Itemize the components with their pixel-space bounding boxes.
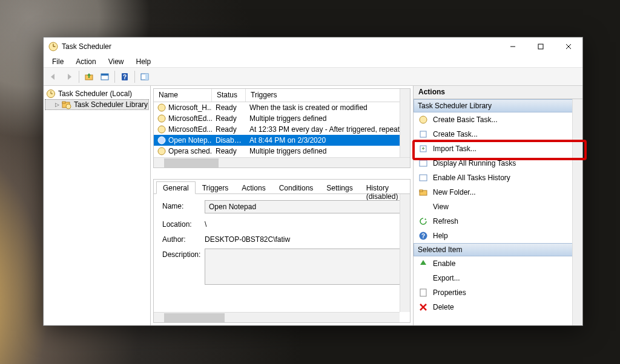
svg-point-22 <box>158 126 165 133</box>
task-row[interactable]: MicrosoftEd...ReadyAt 12:33 PM every day… <box>154 124 410 135</box>
cell-name: Opera sched... <box>168 147 212 155</box>
action-create-basic-task[interactable]: Create Basic Task... <box>414 112 582 127</box>
svg-rect-9 <box>101 74 108 76</box>
action-label: Create Basic Task... <box>433 115 498 124</box>
svg-rect-29 <box>420 175 427 181</box>
close-button[interactable] <box>555 37 582 56</box>
cell-status: Ready <box>212 114 246 123</box>
vertical-scrollbar[interactable] <box>572 99 582 325</box>
action-properties[interactable]: Properties <box>414 285 582 300</box>
tab-settings[interactable]: Settings <box>320 181 359 194</box>
tab-actions[interactable]: Actions <box>235 181 272 194</box>
task-row[interactable]: Microsoft_H...ReadyWhen the task is crea… <box>154 102 410 113</box>
action-new-folder[interactable]: New Folder... <box>414 185 582 200</box>
action-display-running-tasks[interactable]: Display All Running Tasks <box>414 156 582 171</box>
tab-general[interactable]: General <box>156 181 196 194</box>
action-label: Create Task... <box>433 130 478 138</box>
action-refresh[interactable]: Refresh <box>414 214 582 229</box>
vertical-scrollbar[interactable] <box>400 194 410 312</box>
toolbar-separator <box>114 71 115 83</box>
toolbar-separator <box>134 71 135 83</box>
field-name[interactable]: Open Notepad <box>205 200 401 213</box>
svg-point-19 <box>66 104 71 109</box>
horizontal-scrollbar[interactable] <box>154 157 410 167</box>
menu-view[interactable]: View <box>104 56 129 67</box>
export-icon <box>418 273 428 283</box>
nav-back-button[interactable] <box>46 70 61 84</box>
label-author: Author: <box>162 233 205 244</box>
action-label: Help <box>433 232 448 240</box>
action-enable[interactable]: Enable <box>414 256 582 271</box>
title-bar[interactable]: Task Scheduler <box>44 37 582 56</box>
actions-pane: Actions Task Scheduler Library Create Ba… <box>413 86 582 325</box>
cell-name: Open Notep... <box>168 136 212 145</box>
action-label: Export... <box>433 274 460 282</box>
actions-section-library[interactable]: Task Scheduler Library <box>414 99 582 112</box>
action-export[interactable]: Export... <box>414 271 582 285</box>
svg-point-21 <box>158 115 165 122</box>
blank-icon <box>418 202 428 212</box>
action-view-submenu[interactable]: View ▶ <box>414 200 582 214</box>
cell-triggers: At 8:44 PM on 2/3/2020 <box>246 136 410 145</box>
clock-icon <box>46 89 56 99</box>
horizontal-scrollbar[interactable] <box>154 312 400 322</box>
clock-icon <box>157 125 166 134</box>
vertical-scrollbar[interactable] <box>400 89 410 157</box>
action-help[interactable]: ? Help <box>414 229 582 243</box>
action-import-task[interactable]: Import Task... <box>414 141 582 156</box>
menu-action[interactable]: Action <box>71 56 101 67</box>
header-status[interactable]: Status <box>212 89 246 102</box>
action-label: Delete <box>433 303 454 311</box>
action-label: Enable All Tasks History <box>433 174 510 182</box>
app-clock-icon <box>48 42 58 51</box>
actions-section-selected[interactable]: Selected Item <box>414 243 582 256</box>
refresh-icon <box>418 216 428 226</box>
svg-point-23 <box>158 137 165 144</box>
menu-bar: File Action View Help <box>44 56 582 68</box>
navigation-tree[interactable]: Task Scheduler (Local) ▷ Task Scheduler … <box>44 86 151 325</box>
tree-root-node[interactable]: Task Scheduler (Local) <box>45 88 149 99</box>
minimize-button[interactable] <box>499 37 527 56</box>
help-button[interactable]: ? <box>117 70 132 84</box>
task-list[interactable]: Name Status Triggers Microsoft_H...Ready… <box>153 88 411 168</box>
tab-conditions[interactable]: Conditions <box>272 181 320 194</box>
task-row[interactable]: MicrosoftEd...ReadyMultiple triggers def… <box>154 113 410 124</box>
up-folder-button[interactable] <box>82 70 96 84</box>
cell-status: Ready <box>212 103 246 112</box>
clock-icon <box>157 136 166 145</box>
cell-status: Ready <box>212 147 246 155</box>
header-triggers[interactable]: Triggers <box>246 89 410 102</box>
enable-icon <box>418 259 428 268</box>
field-description[interactable] <box>205 249 401 285</box>
show-hide-console-button[interactable] <box>97 70 112 84</box>
cell-status: Disabled <box>212 136 246 145</box>
svg-rect-31 <box>420 190 423 192</box>
section-label: Task Scheduler Library <box>418 102 492 110</box>
label-name: Name: <box>162 200 205 210</box>
tree-library-node[interactable]: ▷ Task Scheduler Library <box>45 99 149 110</box>
header-name[interactable]: Name <box>154 89 212 102</box>
svg-rect-28 <box>420 160 427 166</box>
tab-triggers[interactable]: Triggers <box>196 181 236 194</box>
task-list-header: Name Status Triggers <box>154 89 410 102</box>
maximize-button[interactable] <box>527 37 555 56</box>
action-enable-history[interactable]: Enable All Tasks History <box>414 171 582 185</box>
cell-triggers: Multiple triggers defined <box>246 114 410 123</box>
action-delete[interactable]: Delete <box>414 300 582 314</box>
task-row[interactable]: Open Notep...DisabledAt 8:44 PM on 2/3/2… <box>154 135 410 146</box>
cell-name: MicrosoftEd... <box>168 114 212 123</box>
expand-icon[interactable]: ▷ <box>55 102 59 108</box>
tab-history[interactable]: History (disabled) <box>360 181 407 194</box>
svg-text:?: ? <box>421 233 425 239</box>
cell-triggers: Multiple triggers defined <box>246 147 410 155</box>
nav-forward-button[interactable] <box>62 70 76 84</box>
show-action-pane-button[interactable] <box>137 70 152 84</box>
menu-file[interactable]: File <box>47 56 68 67</box>
task-row[interactable]: Opera sched...ReadyMultiple triggers def… <box>154 146 410 157</box>
action-create-task[interactable]: Create Task... <box>414 127 582 141</box>
menu-help[interactable]: Help <box>131 56 156 67</box>
svg-point-25 <box>420 116 427 123</box>
task-scheduler-window: Task Scheduler File Action View Help ? <box>43 37 583 326</box>
svg-point-20 <box>158 104 165 111</box>
svg-point-24 <box>158 148 165 155</box>
